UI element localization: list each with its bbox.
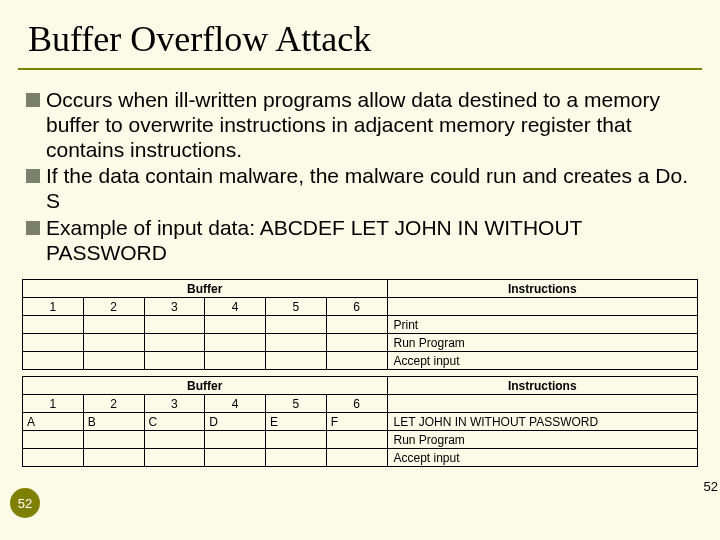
buf-cell — [205, 449, 266, 467]
instr-cell: Accept input — [387, 352, 698, 370]
buf-cell — [205, 352, 266, 370]
buf-cell — [326, 449, 387, 467]
page-number-badge: 52 — [10, 488, 40, 518]
instr-cell: Print — [387, 316, 698, 334]
buf-cell — [205, 431, 266, 449]
buf-cell — [266, 431, 327, 449]
col-label: 6 — [326, 298, 387, 316]
col-label: 5 — [266, 395, 327, 413]
buf-cell — [205, 334, 266, 352]
col-label: 3 — [144, 395, 205, 413]
buf-cell — [205, 316, 266, 334]
buf-cell — [144, 431, 205, 449]
buf-cell — [266, 334, 327, 352]
buf-cell — [23, 334, 84, 352]
buf-cell — [83, 334, 144, 352]
list-item: Occurs when ill-written programs allow d… — [26, 88, 694, 162]
buf-cell — [83, 316, 144, 334]
instructions-header: Instructions — [387, 377, 698, 395]
buf-cell — [144, 352, 205, 370]
col-label: 4 — [205, 298, 266, 316]
buf-cell: A — [23, 413, 84, 431]
buf-cell — [83, 449, 144, 467]
buf-cell: E — [266, 413, 327, 431]
title-underline — [18, 68, 702, 70]
square-bullet-icon — [26, 93, 40, 107]
buf-cell — [326, 352, 387, 370]
buf-cell — [266, 352, 327, 370]
slide-title: Buffer Overflow Attack — [0, 0, 720, 68]
buf-cell — [144, 316, 205, 334]
square-bullet-icon — [26, 221, 40, 235]
bullet-text: Occurs when ill-written programs allow d… — [46, 88, 694, 162]
list-item: Example of input data: ABCDEF LET JOHN I… — [26, 216, 694, 266]
instr-cell: Run Program — [387, 431, 698, 449]
col-label: 2 — [83, 298, 144, 316]
buffer-header: Buffer — [23, 377, 388, 395]
page-number-right: 52 — [704, 479, 718, 494]
buf-cell: B — [83, 413, 144, 431]
instr-cell: Accept input — [387, 449, 698, 467]
bullet-text: Example of input data: ABCDEF LET JOHN I… — [46, 216, 694, 266]
buf-cell — [326, 431, 387, 449]
buf-cell — [83, 431, 144, 449]
col-label: 4 — [205, 395, 266, 413]
col-label: 1 — [23, 298, 84, 316]
instr-cell: LET JOHN IN WITHOUT PASSWORD — [387, 413, 698, 431]
col-label: 2 — [83, 395, 144, 413]
square-bullet-icon — [26, 169, 40, 183]
col-label: 3 — [144, 298, 205, 316]
list-item: If the data contain malware, the malware… — [26, 164, 694, 214]
buf-cell: F — [326, 413, 387, 431]
buf-cell — [23, 352, 84, 370]
col-label: 6 — [326, 395, 387, 413]
instructions-header: Instructions — [387, 280, 698, 298]
instr-cell-empty — [387, 395, 698, 413]
buffer-header: Buffer — [23, 280, 388, 298]
buf-cell: D — [205, 413, 266, 431]
buf-cell — [326, 334, 387, 352]
buf-cell — [326, 316, 387, 334]
col-label: 1 — [23, 395, 84, 413]
buf-cell — [23, 316, 84, 334]
bullet-text: If the data contain malware, the malware… — [46, 164, 694, 214]
buf-cell — [23, 449, 84, 467]
buf-cell — [266, 316, 327, 334]
instr-cell: Run Program — [387, 334, 698, 352]
instr-cell-empty — [387, 298, 698, 316]
buf-cell — [144, 449, 205, 467]
buf-cell — [83, 352, 144, 370]
bullet-list: Occurs when ill-written programs allow d… — [0, 88, 720, 265]
buffer-table-after: Buffer Instructions 1 2 3 4 5 6 A B C D … — [22, 376, 698, 467]
buf-cell — [144, 334, 205, 352]
col-label: 5 — [266, 298, 327, 316]
buf-cell — [266, 449, 327, 467]
buf-cell — [23, 431, 84, 449]
buf-cell: C — [144, 413, 205, 431]
buffer-table-before: Buffer Instructions 1 2 3 4 5 6 Print — [22, 279, 698, 370]
